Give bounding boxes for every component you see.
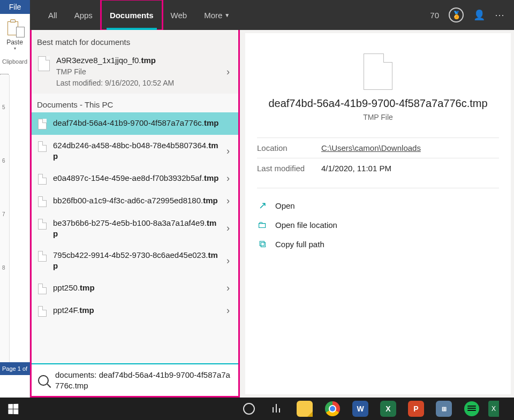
result-item[interactable]: 624db246-a458-48bc-b048-78e4b5807364.tmp… <box>32 135 238 167</box>
chevron-down-icon: ▼ <box>224 12 230 18</box>
file-icon <box>38 306 47 317</box>
open-action[interactable]: ↗ Open <box>257 196 499 215</box>
result-item[interactable]: be37b6b6-b275-4e5b-b100-8a3a7a1af4e9.tmp… <box>32 212 238 245</box>
taskbar-sticky-notes[interactable] <box>292 398 317 420</box>
result-filename: 624db246-a458-48bc-b048-78e4b5807364.tmp <box>53 140 220 162</box>
open-icon: ↗ <box>257 200 268 211</box>
word-icon: W <box>352 401 368 417</box>
ellipsis-icon[interactable]: ⋯ <box>495 9 504 21</box>
taskbar-partial-app[interactable]: X <box>487 398 500 420</box>
search-query-text: documents: deaf74bd-56a4-41b9-9700-4f587… <box>55 370 232 391</box>
chevron-right-icon[interactable]: › <box>226 195 232 207</box>
chevron-right-icon[interactable]: › <box>226 282 232 294</box>
rewards-icon[interactable]: 🏅 <box>449 7 464 22</box>
file-icon <box>38 174 47 185</box>
result-filename: e0a4897c-154e-459e-ae8d-f70b3932b5af.tmp <box>53 173 220 184</box>
chrome-icon <box>325 401 340 416</box>
sticky-notes-icon <box>297 401 313 417</box>
file-icon <box>38 196 47 207</box>
feedback-icon[interactable]: 👤 <box>473 9 485 21</box>
app-icon: X <box>488 401 499 417</box>
file-icon <box>38 284 47 294</box>
paste-button[interactable]: Paste ▾ <box>0 17 29 51</box>
result-item[interactable]: ppt250.tmp› <box>32 277 238 300</box>
taskbar-calculator[interactable]: ⊞ <box>432 398 456 420</box>
search-input-row[interactable]: documents: deaf74bd-56a4-41b9-9700-4f587… <box>32 363 238 396</box>
copy-icon: ⧉ <box>257 239 268 249</box>
file-icon <box>38 219 47 230</box>
chevron-right-icon[interactable]: › <box>226 305 232 316</box>
result-filename: A9R3ezve8_1x1jjqo_f0.tmp <box>56 55 220 66</box>
result-filename: 795cb422-9914-4b52-9730-8c6aed45e023.tmp <box>53 250 220 272</box>
best-match-item[interactable]: A9R3ezve8_1x1jjqo_f0.tmp TMP File Last m… <box>32 50 238 94</box>
word-ribbon-edge: File Paste ▾ Clipboard L 5 6 7 8 Page 1 … <box>0 0 30 398</box>
powerpoint-icon: P <box>408 401 424 417</box>
file-icon <box>38 141 47 152</box>
open-location-label: Open file location <box>275 220 337 230</box>
search-icon <box>38 375 49 386</box>
taskbar-chrome[interactable] <box>320 398 345 420</box>
result-filetype: TMP File <box>56 67 220 77</box>
windows-logo-icon <box>8 403 18 414</box>
taskbar-word[interactable]: W <box>348 398 373 420</box>
tab-apps[interactable]: Apps <box>66 0 101 30</box>
search-results-column: Best match for documents A9R3ezve8_1x1jj… <box>30 30 240 398</box>
file-icon <box>364 54 392 90</box>
file-icon <box>38 251 47 262</box>
result-item[interactable]: ppt24F.tmp› <box>32 300 238 322</box>
calculator-icon: ⊞ <box>436 401 452 417</box>
chevron-right-icon[interactable]: › <box>226 66 232 78</box>
open-location-action[interactable]: 🗀 Open file location <box>257 215 499 234</box>
file-icon <box>38 56 50 71</box>
result-filename: bb26fb00-a1c9-4f3c-ad6c-a72995ed8180.tmp <box>53 195 220 206</box>
tab-all[interactable]: All <box>40 0 66 30</box>
tab-documents[interactable]: Documents <box>101 0 162 30</box>
result-item[interactable]: e0a4897c-154e-459e-ae8d-f70b3932b5af.tmp… <box>32 167 238 190</box>
taskbar-cortana[interactable] <box>237 398 261 420</box>
preview-filename: deaf74bd-56a4-41b9-9700-4f587a7a776c.tmp <box>257 97 499 110</box>
location-link[interactable]: C:\Users\camon\Downloads <box>321 143 421 152</box>
copy-path-label: Copy full path <box>275 240 324 249</box>
result-filename: ppt250.tmp <box>53 282 220 293</box>
taskbar-spotify[interactable] <box>459 398 484 420</box>
result-item[interactable]: 795cb422-9914-4b52-9730-8c6aed45e023.tmp… <box>32 245 238 277</box>
folder-icon: 🗀 <box>257 219 268 230</box>
location-label: Location <box>257 143 321 152</box>
taskbar-excel[interactable]: X <box>376 398 400 420</box>
preview-pane: deaf74bd-56a4-41b9-9700-4f587a7a776c.tmp… <box>245 33 511 394</box>
preview-filetype: TMP File <box>257 113 499 121</box>
search-filter-tabs: All Apps Documents Web More ▼ 70 🏅 👤 ⋯ <box>30 0 514 30</box>
result-item[interactable]: bb26fb00-a1c9-4f3c-ad6c-a72995ed8180.tmp… <box>32 190 238 212</box>
clipboard-icon <box>7 19 22 36</box>
taskbar-taskview[interactable] <box>264 398 289 420</box>
file-icon <box>38 119 47 129</box>
circle-icon <box>243 403 255 415</box>
taskbar-powerpoint[interactable]: P <box>404 398 428 420</box>
excel-icon: X <box>380 401 396 417</box>
file-tab[interactable]: File <box>0 0 30 14</box>
paste-label: Paste <box>6 39 23 46</box>
result-item[interactable]: deaf74bd-56a4-41b9-9700-4f587a7a776c.tmp <box>32 112 238 135</box>
taskview-icon <box>271 403 282 414</box>
chevron-right-icon[interactable]: › <box>226 223 232 234</box>
best-match-header: Best match for documents <box>32 30 238 50</box>
chevron-right-icon[interactable]: › <box>226 173 232 184</box>
vertical-ruler: 5 6 7 8 <box>0 75 10 375</box>
chevron-right-icon[interactable]: › <box>226 146 232 157</box>
spotify-icon <box>464 401 479 416</box>
tab-more[interactable]: More ▼ <box>195 0 238 30</box>
modified-label: Last modified <box>257 164 321 173</box>
documents-pc-header: Documents - This PC <box>32 94 238 112</box>
status-bar: Page 1 of <box>0 362 30 375</box>
chevron-right-icon[interactable]: › <box>226 255 232 266</box>
modified-value: 4/1/2020, 11:01 PM <box>321 164 391 173</box>
start-button[interactable] <box>0 398 26 420</box>
result-modified: Last modified: 9/16/2020, 10:52 AM <box>56 78 220 88</box>
chevron-down-icon[interactable]: ▾ <box>14 46 16 51</box>
clipboard-group-label: Clipboard <box>0 58 30 65</box>
taskbar: W X P ⊞ X <box>0 398 514 420</box>
result-filename: be37b6b6-b275-4e5b-b100-8a3a7a1af4e9.tmp <box>53 218 220 240</box>
copy-path-action[interactable]: ⧉ Copy full path <box>257 234 499 254</box>
tab-web[interactable]: Web <box>162 0 196 30</box>
result-filename: deaf74bd-56a4-41b9-9700-4f587a7a776c.tmp <box>53 118 232 128</box>
